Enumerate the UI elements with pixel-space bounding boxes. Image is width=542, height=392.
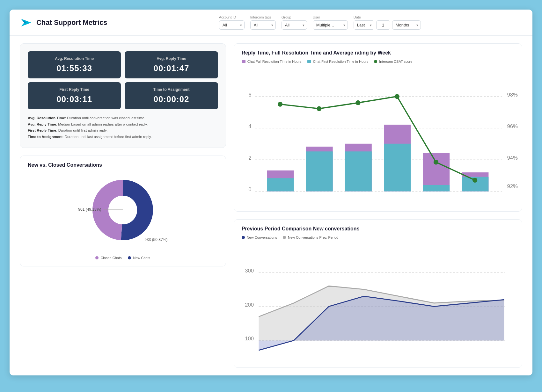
time-to-assignment-value: 00:00:02 [131,94,211,104]
filter-user: User Multiple... [313,15,348,30]
time-to-assignment-label: Time to Assignment [131,87,211,92]
bar-chart-svg: 0 2 4 6 98% 96% 94% 92% [242,67,514,204]
svg-rect-26 [384,144,411,192]
svg-point-32 [317,106,321,111]
svg-point-33 [355,100,360,105]
svg-point-35 [433,160,438,164]
svg-point-36 [472,178,477,183]
first-resolution-label: Chat First Resolution Time in Hours [313,60,369,63]
filter-account-id: Account ID All [219,15,245,30]
legend-csat: Intercom CSAT score [374,60,412,63]
donut-legend: Closed Chats New Chats [95,256,150,260]
metrics-notes: Avg. Resolution Time: Duration until con… [28,115,218,140]
svg-rect-22 [306,151,333,191]
donut-label-left: 901 (49.13%) [78,207,122,212]
svg-text:100: 100 [245,336,254,342]
filters-bar: Account ID All Intercom tags All Group [117,15,522,30]
metrics-grid: Avg. Resolution Time 01:55:33 Avg. Reply… [28,51,218,109]
time-to-assignment-tile: Time to Assignment 00:00:02 [125,82,218,109]
prev-conversations-label: New Conversations Prev. Period [288,236,338,239]
header: Chat Support Metrics Account ID All Inte… [10,10,532,36]
left-column: Avg. Resolution Time 01:55:33 Avg. Reply… [20,43,226,368]
legend-new-conversations: New Conversations [242,236,277,239]
donut-chart-area: 901 (49.13%) [28,172,218,260]
main-content: Avg. Resolution Time 01:55:33 Avg. Reply… [10,36,532,375]
svg-text:200: 200 [245,301,254,308]
donut-chart-card: New vs. Closed Conversations 901 (49.13%… [20,156,226,266]
filter-group: Group All [282,15,307,30]
group-select[interactable]: All [282,20,307,30]
svg-text:0: 0 [248,186,251,192]
donut-chart-title: New vs. Closed Conversations [28,162,218,168]
right-column: Reply Time, Full Resolution Time and Ave… [234,43,522,368]
svg-text:6: 6 [248,92,251,98]
svg-text:96%: 96% [507,123,518,129]
legend-first-resolution: Chat First Resolution Time in Hours [307,60,369,63]
intercom-tags-select[interactable]: All [250,20,276,30]
date-label: Date [354,15,421,19]
svg-rect-28 [423,185,450,192]
csat-dot [374,60,377,63]
full-resolution-label: Chat Full Resolution Time in Hours [247,60,302,63]
new-chats-label: New Chats [133,256,150,260]
prev-conv-dot [283,236,286,239]
svg-text:92%: 92% [507,183,518,189]
csat-label: Intercom CSAT score [379,60,412,63]
bar-chart-legend: Chat Full Resolution Time in Hours Chat … [242,60,514,63]
first-reply-label: First Reply Time [34,87,114,92]
legend-closed-chats: Closed Chats [95,256,121,260]
svg-point-31 [278,102,282,106]
avg-reply-value: 00:01:47 [131,63,211,73]
avg-reply-tile: Avg. Reply Time 00:01:47 [125,51,218,78]
user-label: User [313,15,348,19]
first-reply-tile: First Reply Time 00:03:11 [28,82,121,109]
line-chart-card: Previous Period Comparison New conversat… [234,219,522,368]
avg-reply-label: Avg. Reply Time [131,56,211,61]
svg-rect-20 [267,178,294,191]
bar-chart-title: Reply Time, Full Resolution Time and Ave… [242,50,514,56]
logo-area: Chat Support Metrics [20,16,107,29]
full-resolution-rect [242,60,245,63]
donut-label-right: 933 (50.87%) [126,237,167,242]
intercom-tags-label: Intercom tags [250,15,276,19]
metrics-card: Avg. Resolution Time 01:55:33 Avg. Reply… [20,43,226,148]
svg-text:2: 2 [248,155,251,161]
legend-prev-conversations: New Conversations Prev. Period [283,236,338,239]
svg-text:300: 300 [245,267,254,273]
avg-resolution-tile: Avg. Resolution Time 01:55:33 [28,51,121,78]
svg-point-34 [394,94,399,99]
first-resolution-rect [307,60,311,63]
app-title: Chat Support Metrics [36,18,107,27]
account-id-label: Account ID [219,15,245,19]
svg-text:4: 4 [248,123,251,129]
bar-chart-card: Reply Time, Full Resolution Time and Ave… [234,43,522,212]
line-chart-svg: 100 200 300 [242,243,514,360]
svg-text:98%: 98% [507,92,518,98]
closed-chats-dot [95,256,99,259]
svg-text:94%: 94% [507,155,518,161]
avg-resolution-label: Avg. Resolution Time [34,56,114,61]
logo-icon [20,16,33,29]
legend-full-resolution: Chat Full Resolution Time in Hours [242,60,302,63]
date-preset-select[interactable]: Last [354,20,374,30]
svg-rect-24 [345,151,371,191]
closed-chats-label: Closed Chats [100,256,121,260]
new-chats-dot [128,256,131,259]
date-unit-select[interactable]: Months Days Weeks Years [392,20,421,30]
avg-resolution-value: 01:55:33 [34,63,114,73]
account-id-select[interactable]: All [219,20,245,30]
filter-date: Date Last Months Days Weeks Years [354,15,421,30]
legend-new-chats: New Chats [128,256,150,260]
group-label: Group [282,15,307,19]
date-number-input[interactable] [376,20,390,30]
filter-intercom-tags: Intercom tags All [250,15,276,30]
first-reply-value: 00:03:11 [34,94,114,104]
new-conv-dot [242,236,245,239]
line-chart-legend: New Conversations New Conversations Prev… [242,236,514,239]
user-select[interactable]: Multiple... [313,20,348,30]
line-chart-title: Previous Period Comparison New conversat… [242,226,514,232]
new-conversations-label: New Conversations [247,236,277,239]
